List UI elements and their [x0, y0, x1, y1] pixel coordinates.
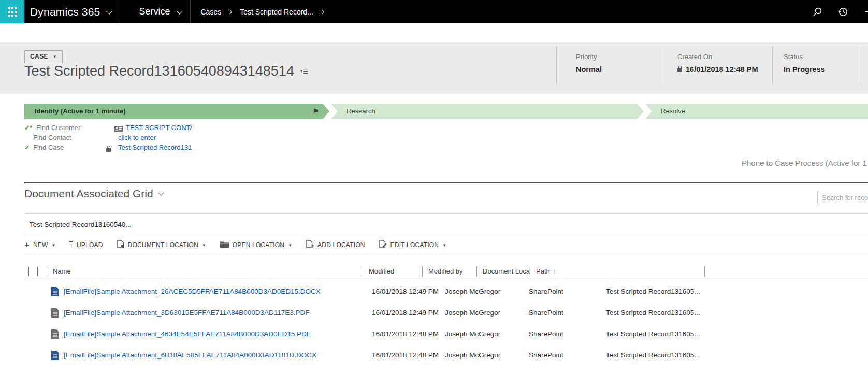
chevron-down-icon	[158, 190, 164, 195]
step-value-link[interactable]: click to enter	[118, 133, 156, 142]
search-input[interactable]	[817, 191, 868, 204]
process-caption: Phone to Case Process (Active for 1 minu…	[742, 159, 868, 167]
header-field-created-on: Created On 16/01/2018 12:48 PM	[677, 53, 758, 74]
document-link[interactable]: [EmailFile]Sample Attachment_3D63015E5FF…	[64, 309, 310, 317]
document-link[interactable]: [EmailFile]Sample Attachment_26ACEC5D5FF…	[64, 288, 321, 295]
select-all-checkbox[interactable]	[28, 267, 38, 276]
step-label: Find Case	[33, 142, 64, 152]
document-link[interactable]: [EmailFile]Sample Attachment_6B18AE505FF…	[64, 351, 316, 359]
process-stage-resolve[interactable]: Resolve	[645, 104, 868, 119]
search-icon[interactable]	[811, 6, 823, 18]
header-divider	[860, 47, 860, 85]
add-location-button[interactable]: ADD LOCATION ▼	[306, 240, 365, 250]
plus-icon: +	[24, 241, 30, 249]
form-selector-icon[interactable]: ▾≡	[300, 67, 308, 76]
cell-path: Test Scripted Record131605...	[606, 351, 868, 359]
cell-modified: 16/01/2018 12:49 PM	[372, 288, 445, 295]
table-row[interactable]: [EmailFile]Sample Attachment_6B18AE505FF…	[24, 348, 868, 369]
cell-document-location: SharePoint	[529, 309, 606, 317]
cell-modified: 16/01/2018 12:48 PM	[372, 330, 445, 338]
field-label: Status	[784, 53, 825, 61]
field-label: Priority	[576, 53, 602, 61]
chevron-down-icon: ▼	[53, 54, 57, 59]
file-type-icon	[51, 351, 59, 360]
process-step-find-case: ✓ * Find Case Test Scripted Record131	[0, 142, 868, 152]
upload-icon: ↑	[69, 241, 73, 249]
chevron-down-icon[interactable]	[107, 8, 112, 14]
chevron-down-icon: ▼	[52, 243, 56, 248]
breadcrumb-cases[interactable]: Cases	[201, 8, 222, 16]
cell-modified-by: Joseph McGregor	[445, 309, 529, 317]
field-value[interactable]: Normal	[576, 65, 602, 74]
lock-icon	[677, 68, 682, 72]
entity-selector-button[interactable]: CASE ▼	[24, 50, 63, 63]
nav-divider	[190, 0, 191, 23]
divider	[24, 235, 868, 235]
record-title: Test Scripted Record131605408943148514	[24, 63, 294, 79]
column-header-modified[interactable]: Modified	[363, 266, 422, 277]
upload-button[interactable]: ↑ UPLOAD ▼	[69, 241, 103, 249]
subgrid-view-selector[interactable]: Document Associated Grid	[24, 188, 163, 200]
step-label: Find Contact	[33, 133, 71, 142]
header-divider	[556, 47, 557, 85]
subgrid-title: Document Associated Grid	[24, 188, 153, 200]
column-header-document-location[interactable]: Document Location	[476, 266, 530, 277]
lock-icon	[106, 148, 111, 152]
chevron-right-icon	[228, 9, 232, 13]
cell-document-location: SharePoint	[529, 330, 606, 338]
required-asterisk: *	[30, 123, 32, 133]
document-location-button[interactable]: DOCUMENT LOCATION ▼	[117, 240, 206, 250]
subgrid-record-name: Test Scripted Record13160540...	[30, 220, 132, 230]
column-header-empty	[704, 266, 868, 277]
process-stage-research[interactable]: Research	[331, 104, 644, 119]
chevron-down-icon: ▼	[202, 243, 206, 248]
document-gear-icon	[117, 240, 124, 250]
active-stage-flag-icon: ⚑	[312, 104, 319, 119]
process-step-find-customer: ✓ * Find Customer TEST SCRIPT CONTACT	[0, 123, 868, 133]
top-navigation-bar: Dynamics 365 Service Cases Test Scripted…	[0, 0, 868, 23]
nav-divider	[120, 0, 120, 23]
table-row[interactable]: [EmailFile]Sample Attachment_3D63015E5FF…	[24, 305, 868, 326]
step-value-link[interactable]: TEST SCRIPT CONTACT	[126, 123, 192, 133]
sort-ascending-icon: ↑	[553, 267, 557, 275]
divider	[24, 253, 868, 253]
section-divider	[24, 182, 868, 183]
header-field-status: Status In Progress	[784, 53, 825, 74]
folder-icon	[220, 240, 229, 250]
process-step-find-contact: ✓ * Find Contact click to enter	[0, 133, 868, 142]
cell-path: Test Scripted Record131605...	[606, 309, 868, 317]
process-stage-identify[interactable]: Identify (Active for 1 minute) ⚑	[24, 104, 329, 119]
new-button[interactable]: + NEW ▼	[24, 241, 55, 249]
app-name[interactable]: Dynamics 365	[30, 6, 100, 18]
column-header-path[interactable]: Path↑	[530, 266, 704, 277]
header-field-priority: Priority Normal	[576, 53, 602, 74]
module-switcher[interactable]: Service	[139, 6, 170, 17]
create-record-plus-icon[interactable]: +	[863, 6, 868, 18]
open-location-button[interactable]: OPEN LOCATION ▼	[220, 240, 292, 250]
header-divider	[772, 47, 773, 85]
app-launcher-button[interactable]	[0, 0, 24, 23]
step-value-link[interactable]: Test Scripted Record131	[118, 142, 192, 152]
file-type-icon	[51, 287, 59, 296]
completed-check-icon: ✓	[24, 142, 30, 152]
document-edit-icon	[379, 240, 387, 250]
field-label: Created On	[677, 53, 758, 61]
recent-history-icon[interactable]	[837, 6, 849, 18]
chevron-right-icon[interactable]	[320, 9, 324, 13]
column-header-name[interactable]: Name	[47, 266, 363, 277]
cell-modified-by: Joseph McGregor	[445, 288, 529, 295]
step-label: Find Customer	[36, 123, 80, 133]
cell-document-location: SharePoint	[529, 351, 606, 359]
table-row[interactable]: [EmailFile]Sample Attachment_26ACEC5D5FF…	[24, 284, 868, 305]
table-row[interactable]: [EmailFile]Sample Attachment_4634E54E5FF…	[24, 326, 868, 348]
document-link[interactable]: [EmailFile]Sample Attachment_4634E54E5FF…	[64, 330, 311, 338]
edit-location-button[interactable]: EDIT LOCATION ▼	[379, 240, 446, 250]
field-value: 16/01/2018 12:48 PM	[677, 65, 758, 74]
column-header-modified-by[interactable]: Modified by	[422, 266, 476, 277]
chevron-down-icon[interactable]	[177, 8, 182, 14]
divider	[24, 213, 868, 214]
cell-path: Test Scripted Record131605...	[606, 288, 868, 295]
table-header: Name Modified Modified by Document Locat…	[24, 263, 868, 280]
breadcrumb-record[interactable]: Test Scripted Record...	[240, 8, 313, 16]
subgrid-toolbar: + NEW ▼ ↑ UPLOAD ▼ DOCUMENT LOCATION ▼ O…	[24, 238, 446, 252]
